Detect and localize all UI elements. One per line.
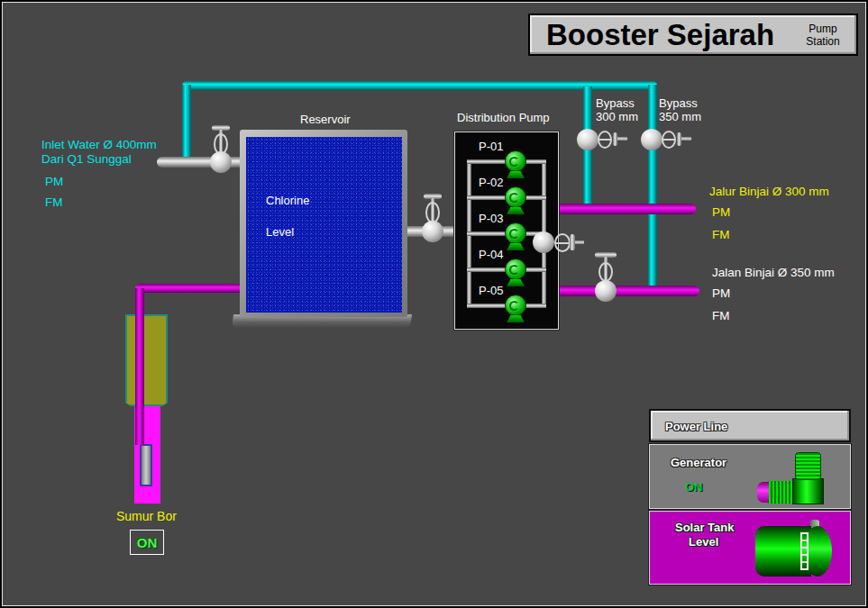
valve-body — [577, 129, 598, 150]
level-label: Level — [266, 225, 294, 239]
bypass-300-label-line1: Bypass — [596, 96, 635, 110]
inlet-pm-label: PM — [45, 175, 63, 188]
pump-swirl — [509, 193, 519, 203]
jalur-fm-label: FM — [712, 228, 730, 241]
pump-swirl — [509, 229, 519, 239]
valve-body — [210, 151, 232, 173]
valve-handle — [570, 234, 575, 250]
jalur-binjai-pipe — [543, 204, 696, 214]
page-subtitle: Pump Station — [797, 23, 856, 48]
valve-handle — [677, 132, 681, 146]
pump-swirl — [509, 301, 519, 311]
generator-icon-cap — [757, 482, 769, 503]
valve-wheel — [598, 262, 613, 282]
submersible-pump[interactable] — [140, 444, 152, 486]
pump-base — [507, 315, 525, 322]
inlet-label-line1: Inlet Water Ø 400mm — [41, 138, 157, 151]
well-casing — [125, 314, 168, 406]
generator-icon-body — [792, 478, 824, 504]
bypass-300-label-line2: 300 mm — [596, 110, 638, 123]
pump-base — [507, 243, 525, 250]
solar-tank-label-line1: Solar Tank — [675, 521, 735, 534]
title-banner: Booster Sejarah Pump Station — [528, 14, 858, 56]
pump-label-p02: P-02 — [479, 176, 503, 189]
distribution-title: Distribution Pump — [457, 111, 550, 124]
pump-label-p01: P-01 — [479, 140, 503, 153]
inlet-fm-label: FM — [45, 195, 63, 209]
valve-body — [641, 129, 662, 150]
valve-body — [533, 231, 554, 253]
valve-handle — [613, 132, 617, 146]
subtitle-line1: Pump — [797, 23, 849, 35]
jalur-pm-label: PM — [712, 205, 730, 219]
pump-icon-p04[interactable] — [505, 259, 526, 286]
generator-icon-stack — [795, 452, 821, 480]
pump-icon-p01[interactable] — [505, 150, 526, 178]
jalur-binjai-label: Jalur Binjai Ø 300 mm — [709, 185, 829, 198]
pump-base — [507, 207, 525, 214]
pump-swirl — [509, 265, 519, 275]
pump-icon-p05[interactable] — [505, 295, 526, 322]
pump-base — [507, 171, 525, 178]
bypass-350-label-line1: Bypass — [659, 96, 698, 110]
jalan-binjai-pipe — [543, 286, 699, 296]
pump-label-p05: P-05 — [479, 284, 503, 297]
valve-wheel — [598, 131, 612, 149]
pump-icon-p02[interactable] — [505, 186, 526, 214]
generator-status: ON — [685, 480, 703, 494]
jalan-binjai-label: Jalan Binjai Ø 350 mm — [712, 266, 835, 279]
scada-screen: Reservoir Chlorine Level Sumur Bor ON Di… — [0, 0, 868, 608]
inlet-label-line2: Dari Q1 Sunggal — [41, 152, 132, 166]
valve-body — [422, 221, 443, 242]
valve-wheel — [662, 131, 676, 149]
pump-base — [507, 279, 525, 286]
jalan-fm-label: FM — [712, 309, 730, 322]
bypass-350-pipe — [648, 85, 657, 288]
valve-body — [595, 280, 617, 302]
generator-icon-shaft — [767, 481, 793, 504]
raw-water-pipe-left-drop — [182, 85, 191, 162]
generator-label: Generator — [671, 456, 726, 469]
pump-label-p03: P-03 — [479, 212, 503, 225]
solar-tank-level-gauge — [800, 532, 809, 570]
power-line-label: Power Line — [665, 420, 727, 433]
pump-icon-p03[interactable] — [505, 222, 526, 250]
pump-label-p04: P-04 — [479, 248, 503, 261]
solar-tank-label-line2: Level — [689, 535, 718, 549]
bypass-350-label-line2: 350 mm — [659, 110, 701, 123]
well-pipe-down — [135, 288, 144, 445]
power-line-header[interactable]: Power Line — [649, 409, 851, 442]
page-title: Booster Sejarah — [530, 18, 797, 52]
pump-swirl — [509, 157, 519, 167]
jalan-pm-label: PM — [712, 286, 730, 300]
well-label: Sumur Bor — [116, 510, 177, 523]
valve-wheel — [554, 233, 571, 252]
chlorine-label: Chlorine — [266, 194, 309, 207]
well-on-button[interactable]: ON — [130, 530, 164, 555]
reservoir-title: Reservoir — [300, 113, 351, 126]
well-on-label: ON — [137, 535, 158, 550]
subtitle-line2: Station — [797, 35, 849, 48]
